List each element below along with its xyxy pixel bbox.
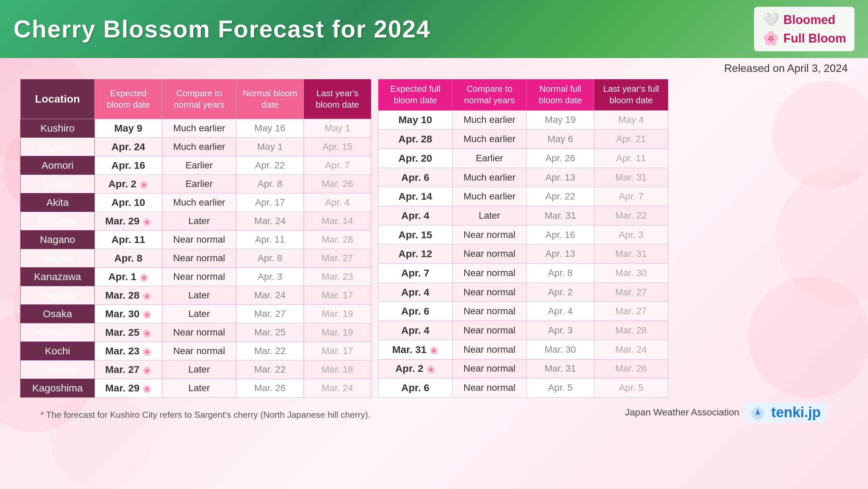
compare-bloom-cell: Much earlier — [162, 119, 236, 138]
compare-bloom-cell: Near normal — [162, 268, 236, 286]
lastyear-bloom-cell: Mar. 17 — [304, 342, 371, 360]
location-cell: Chiyoda — [21, 212, 95, 230]
lastyear-full-bloom-cell: Mar. 22 — [594, 206, 668, 225]
compare-full-bloom-cell: Near normal — [453, 321, 527, 340]
table-row: Apr. 4Near normalApr. 2Mar. 27 — [378, 282, 668, 302]
table-row: ChiyodaMar. 29 🌸LaterMar. 24Mar. 14 — [21, 212, 371, 230]
location-cell: Akita — [21, 193, 95, 212]
table-row: NiigataApr. 8Near normalApr. 8Mar. 27 — [21, 249, 371, 268]
lastyear-full-bloom-cell: Apr. 3 — [594, 225, 668, 244]
lastyear-full-bloom-cell: May 4 — [594, 110, 668, 130]
lastyear-bloom-cell: Mar. 23 — [304, 268, 371, 286]
normal-bloom-cell: Mar. 25 — [236, 323, 304, 342]
table-row: FukuokaMar. 27 🌸LaterMar. 22Mar. 18 — [21, 360, 371, 379]
legend-bloomed: 🤍 Bloomed — [762, 12, 846, 28]
normal-bloom-cell: May 16 — [236, 119, 304, 138]
lastyear-full-bloom-cell: Mar. 31 — [594, 168, 668, 187]
lastyear-full-bloom-cell: Mar. 24 — [594, 340, 668, 359]
table-row: KagoshimaMar. 29 🌸LaterMar. 26Mar. 24 — [21, 379, 371, 398]
expected-bloom-cell: May 9 — [95, 119, 162, 138]
bloom-table: Location Expected bloom date Compare to … — [20, 79, 371, 398]
compare-bloom-cell: Earlier — [162, 156, 236, 175]
normal-full-bloom-cell: Apr. 2 — [527, 282, 594, 302]
location-cell: Nagano — [21, 230, 95, 249]
compare-bloom-cell: Much earlier — [162, 138, 236, 156]
lastyear-full-bloom-cell: Mar. 26 — [594, 359, 668, 378]
compare-bloom-cell: Later — [162, 305, 236, 323]
compare-full-bloom-cell: Near normal — [453, 282, 527, 302]
lastyear-full-bloom-cell: Mar. 27 — [594, 302, 668, 321]
compare-full-bloom-cell: Much earlier — [453, 168, 527, 187]
expected-full-bloom-cell: Apr. 7 — [378, 264, 453, 283]
normal-full-bloom-cell: Apr. 5 — [527, 378, 594, 398]
lastyear-bloom-cell: Mar. 18 — [304, 360, 371, 379]
normal-bloom-cell: Mar. 27 — [236, 305, 304, 323]
compare-bloom-cell: Near normal — [162, 230, 236, 249]
compare-full-bloom-cell: Near normal — [453, 264, 527, 283]
table-row: SendaiApr. 2 🌸EarlierApr. 8Mar. 26 — [21, 175, 371, 193]
lastyear-full-bloom-cell: Apr. 21 — [594, 130, 668, 149]
lastyear-bloom-cell: May 1 — [304, 119, 371, 138]
expected-bloom-cell: Apr. 16 — [95, 156, 162, 175]
expected-full-bloom-cell: Apr. 12 — [378, 244, 453, 264]
location-cell: Fukuoka — [21, 360, 95, 379]
compare-full-bloom-header: Compare to normal years — [453, 79, 527, 111]
expected-full-bloom-cell: Mar. 31 🌸 — [378, 340, 453, 359]
normal-bloom-header: Normal bloom date — [236, 79, 304, 119]
expected-full-bloom-cell: Apr. 4 — [378, 206, 453, 225]
table-row: Apr. 6Near normalApr. 4Mar. 27 — [378, 302, 668, 321]
expected-bloom-cell: Apr. 10 — [95, 193, 162, 212]
location-cell: Niigata — [21, 249, 95, 268]
compare-full-bloom-cell: Later — [453, 206, 527, 225]
normal-bloom-cell: Mar. 24 — [236, 212, 304, 230]
table-row: Apr. 15Near normalApr. 16Apr. 3 — [378, 225, 668, 244]
compare-full-bloom-cell: Near normal — [453, 378, 527, 398]
normal-bloom-cell: Mar. 22 — [236, 360, 304, 379]
compare-full-bloom-cell: Much earlier — [453, 187, 527, 206]
table-row: Apr. 6Much earlierApr. 13Mar. 31 — [378, 168, 668, 187]
location-cell: Sapporo — [21, 138, 95, 156]
association-label: Japan Weather Association — [625, 407, 739, 418]
table-container: Location Expected bloom date Compare to … — [0, 79, 868, 398]
lastyear-bloom-cell: Mar. 14 — [304, 212, 371, 230]
lastyear-bloom-cell: Mar. 28 — [304, 230, 371, 249]
normal-bloom-cell: Apr. 11 — [236, 230, 304, 249]
compare-full-bloom-cell: Near normal — [453, 340, 527, 359]
tenki-logo: tenki.jp — [744, 403, 828, 422]
normal-bloom-cell: Apr. 22 — [236, 156, 304, 175]
location-cell: Osaka — [21, 305, 95, 323]
compare-full-bloom-cell: Near normal — [453, 302, 527, 321]
table-row: KochiMar. 23 🌸Near normalMar. 22Mar. 17 — [21, 342, 371, 360]
expected-bloom-cell: Mar. 29 🌸 — [95, 212, 162, 230]
lastyear-bloom-cell: Mar. 19 — [304, 323, 371, 342]
table-row: Apr. 2 🌸Near normalMar. 31Mar. 26 — [378, 359, 668, 378]
normal-full-bloom-cell: Apr. 22 — [527, 187, 594, 206]
table-row: AkitaApr. 10Much earlierApr. 17Apr. 4 — [21, 193, 371, 212]
expected-full-bloom-cell: Apr. 6 — [378, 378, 453, 398]
lastyear-full-bloom-cell: Mar. 27 — [594, 282, 668, 302]
normal-full-bloom-cell: Mar. 30 — [527, 340, 594, 359]
compare-bloom-cell: Later — [162, 286, 236, 305]
normal-bloom-cell: Mar. 22 — [236, 342, 304, 360]
normal-full-bloom-cell: Apr. 13 — [527, 168, 594, 187]
compare-bloom-cell: Later — [162, 379, 236, 398]
compare-full-bloom-cell: Near normal — [453, 225, 527, 244]
normal-bloom-cell: May 1 — [236, 138, 304, 156]
lastyear-bloom-cell: Mar. 17 — [304, 286, 371, 305]
expected-bloom-cell: Apr. 1 🌸 — [95, 268, 162, 286]
expected-full-bloom-cell: May 10 — [378, 110, 453, 130]
expected-bloom-header: Expected bloom date — [95, 79, 162, 119]
normal-full-bloom-cell: Mar. 31 — [527, 206, 594, 225]
normal-full-bloom-cell: Apr. 16 — [527, 225, 594, 244]
expected-full-bloom-cell: Apr. 28 — [378, 130, 453, 149]
normal-full-bloom-cell: Apr. 4 — [527, 302, 594, 321]
lastyear-full-bloom-header: Last year's full bloom date — [594, 79, 668, 111]
normal-full-bloom-cell: May 6 — [527, 130, 594, 149]
location-cell: Kanazawa — [21, 268, 95, 286]
bloomed-icon: 🤍 — [762, 12, 779, 28]
expected-full-bloom-cell: Apr. 2 🌸 — [378, 359, 453, 378]
lastyear-full-bloom-cell: Apr. 11 — [594, 148, 668, 168]
compare-bloom-cell: Much earlier — [162, 193, 236, 212]
expected-bloom-cell: Apr. 11 — [95, 230, 162, 249]
full-bloom-label: Full Bloom — [783, 31, 846, 46]
